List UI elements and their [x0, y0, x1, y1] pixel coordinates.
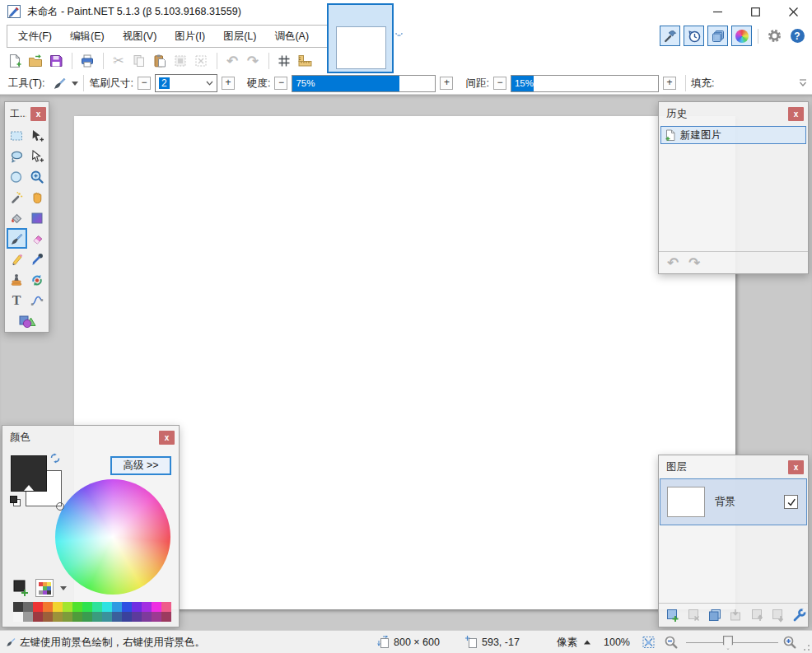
open-file-button[interactable] [26, 51, 45, 71]
advanced-colors-button[interactable]: 高级 >> [110, 456, 171, 475]
layer-row-background[interactable]: 背景 [660, 478, 807, 525]
brush-size-combobox[interactable]: 2 [155, 74, 217, 92]
spacing-increment-button[interactable]: + [663, 77, 676, 90]
layer-visibility-checkbox[interactable] [784, 495, 798, 509]
tool-pencil[interactable] [7, 249, 27, 269]
tool-magic-wand[interactable] [7, 187, 27, 208]
deselect-button[interactable] [191, 51, 211, 71]
tool-shapes[interactable] [13, 310, 41, 331]
redo-button[interactable]: ↷ [243, 51, 263, 71]
tool-pan[interactable] [27, 187, 48, 208]
palette-menu-button[interactable] [35, 579, 54, 597]
palette-swatch[interactable] [72, 612, 82, 622]
color-wheel[interactable] [55, 479, 170, 595]
tool-move-selection[interactable] [27, 146, 48, 166]
menu-adjustments[interactable]: 调色(A) [265, 26, 318, 47]
hardness-increment-button[interactable]: + [440, 77, 453, 90]
tool-gradient[interactable] [27, 208, 48, 228]
history-panel-header[interactable]: 历史 x [659, 102, 808, 125]
new-file-button[interactable] [5, 51, 25, 71]
swap-colors-icon[interactable] [49, 453, 61, 464]
paste-button[interactable] [150, 51, 170, 71]
palette-swatch[interactable] [122, 612, 132, 622]
tools-window-toggle[interactable] [660, 26, 680, 46]
move-layer-down-button[interactable] [770, 607, 787, 624]
palette-swatch[interactable] [132, 612, 142, 622]
palette-swatch[interactable] [152, 612, 161, 622]
history-undo-button[interactable]: ↶ [667, 254, 679, 272]
menu-edit[interactable]: 编辑(E) [61, 26, 114, 47]
colors-panel-header[interactable]: 颜色 x [2, 426, 179, 449]
palette-swatch[interactable] [92, 602, 102, 612]
zoom-to-window-button[interactable] [642, 635, 656, 649]
copy-button[interactable] [129, 51, 149, 71]
palette-swatch[interactable] [82, 602, 92, 612]
palette-menu-caret-icon[interactable] [60, 586, 67, 590]
menu-view[interactable]: 视图(V) [114, 26, 166, 47]
palette-swatch[interactable] [102, 602, 112, 612]
palette-swatch[interactable] [122, 602, 132, 612]
toolbar-overflow-icon[interactable] [798, 79, 808, 87]
palette-swatch[interactable] [92, 612, 102, 622]
layers-window-toggle[interactable] [707, 26, 728, 46]
layer-properties-button[interactable] [791, 607, 808, 624]
zoom-out-button[interactable] [664, 635, 679, 650]
help-button[interactable]: ? [787, 26, 807, 46]
hardness-decrement-button[interactable]: − [274, 77, 287, 90]
unit-selector[interactable]: 像素 [557, 635, 590, 649]
colors-panel-close-button[interactable]: x [159, 431, 175, 445]
resize-grip[interactable] [801, 642, 810, 651]
tool-recolor[interactable] [27, 269, 48, 290]
current-tool-button[interactable] [49, 73, 69, 93]
palette-swatch[interactable] [142, 602, 152, 612]
print-button[interactable] [77, 51, 97, 71]
palette-swatch[interactable] [63, 602, 72, 612]
layers-panel-close-button[interactable]: x [788, 460, 804, 474]
palette-swatch[interactable] [72, 602, 82, 612]
tool-line-curve[interactable] [27, 290, 48, 310]
add-to-palette-button[interactable] [12, 579, 30, 597]
palette-swatch[interactable] [13, 612, 23, 622]
spacing-decrement-button[interactable]: − [493, 77, 506, 90]
tool-text[interactable]: T [7, 290, 27, 310]
settings-button[interactable] [764, 26, 784, 46]
palette-swatch[interactable] [161, 602, 171, 612]
brush-size-increment-button[interactable]: + [222, 77, 235, 90]
menu-layers[interactable]: 图层(L) [214, 26, 265, 47]
palette-swatch[interactable] [43, 602, 53, 612]
zoom-slider-thumb[interactable] [723, 636, 733, 650]
minimize-button[interactable] [698, 0, 736, 23]
swatch-mode-icon[interactable] [9, 495, 22, 508]
toggle-rulers-button[interactable] [295, 51, 315, 71]
palette-swatch[interactable] [112, 612, 122, 622]
menu-image[interactable]: 图片(I) [166, 26, 214, 47]
color-wheel-selector[interactable] [56, 502, 64, 511]
foreground-color-swatch[interactable] [11, 455, 47, 492]
undo-button[interactable]: ↶ [222, 51, 242, 71]
palette-swatch[interactable] [13, 602, 23, 612]
palette-swatch[interactable] [53, 602, 63, 612]
spacing-slider[interactable]: 15% [511, 75, 659, 92]
history-redo-button[interactable]: ↷ [688, 254, 700, 272]
palette-swatch[interactable] [112, 602, 122, 612]
tool-clone-stamp[interactable] [7, 269, 27, 290]
tools-panel-close-button[interactable]: x [30, 107, 46, 121]
save-file-button[interactable] [46, 51, 66, 71]
history-item-new-image[interactable]: 新建图片 [660, 126, 806, 144]
tool-rectangle-select[interactable] [7, 125, 27, 146]
palette-swatch[interactable] [33, 602, 43, 612]
zoom-in-button[interactable] [782, 635, 797, 650]
brush-size-decrement-button[interactable]: − [138, 77, 151, 90]
menu-file[interactable]: 文件(F) [9, 26, 61, 47]
palette-swatch[interactable] [23, 612, 33, 622]
maximize-button[interactable] [736, 0, 774, 23]
palette-swatch[interactable] [53, 612, 63, 622]
history-window-toggle[interactable] [684, 26, 704, 46]
palette-swatch[interactable] [152, 602, 161, 612]
tool-dropdown-caret-icon[interactable] [72, 82, 78, 86]
tool-color-picker[interactable] [27, 249, 48, 269]
merge-layer-down-button[interactable] [728, 607, 745, 624]
palette-swatch[interactable] [132, 602, 142, 612]
cut-button[interactable]: ✂ [109, 51, 128, 71]
move-layer-up-button[interactable] [749, 607, 766, 624]
